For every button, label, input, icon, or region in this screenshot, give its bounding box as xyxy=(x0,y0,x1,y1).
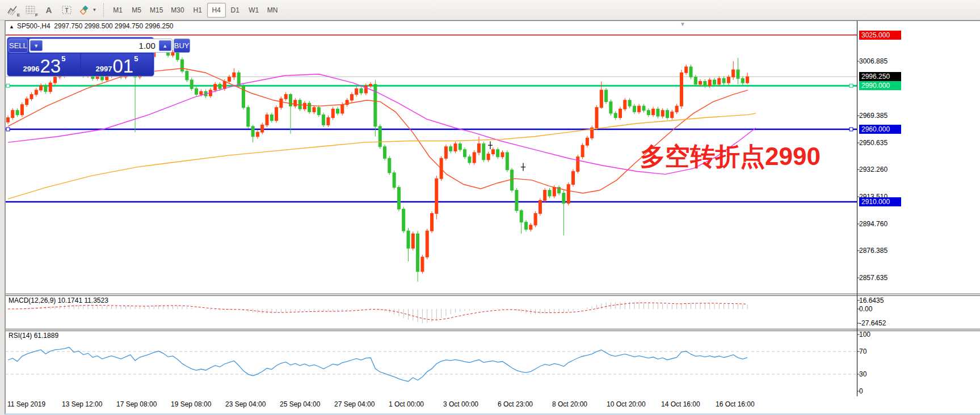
toolbar-separator xyxy=(103,3,104,17)
price-badge-label: 3025.000 xyxy=(859,31,901,40)
time-tick-label: 23 Sep 04:00 xyxy=(225,400,266,408)
rsi-layer xyxy=(6,348,857,382)
objects-icon xyxy=(79,6,91,15)
symbol-title: ▲SP500-,H4 2997.750 2998.500 2994.750 29… xyxy=(9,22,174,30)
time-tick-label: 25 Sep 04:00 xyxy=(280,400,320,408)
sell-price-display[interactable]: 2996 23 5 xyxy=(9,54,80,76)
text-box-icon: T xyxy=(62,6,72,15)
rsi-line xyxy=(8,348,747,382)
timeframe-button-mn[interactable]: MN xyxy=(263,3,282,18)
time-tick-label: 17 Sep 08:00 xyxy=(116,400,157,408)
buy-price-sup: 5 xyxy=(134,54,138,63)
hline-handle[interactable] xyxy=(849,128,853,131)
time-axis: 11 Sep 201913 Sep 12:0017 Sep 08:0019 Se… xyxy=(6,396,980,413)
rsi-tick-label: 100 xyxy=(859,330,870,339)
buy-button[interactable]: BUY xyxy=(174,39,190,53)
one-click-trading-panel: SELL ▼ ▲ BUY 2996 23 5 2997 01 5 xyxy=(7,37,154,77)
ma-fast xyxy=(8,69,748,193)
objects-button[interactable]: ▼ xyxy=(76,2,100,18)
data-grid-icon xyxy=(26,6,36,15)
data-grid-badge: F xyxy=(35,12,38,18)
price-tick-label: 2969.385 xyxy=(859,111,888,120)
timeframe-button-h1[interactable]: H1 xyxy=(188,3,207,18)
time-tick-label: 16 Oct 16:00 xyxy=(716,400,755,408)
timeframe-button-m5[interactable]: M5 xyxy=(127,3,146,18)
rsi-indicator-label: RSI(14) 61.1889 xyxy=(9,332,58,340)
rsi-tick-label: 0 xyxy=(859,387,863,396)
macd-tick-label: 0.00 xyxy=(859,304,872,314)
doji-mark xyxy=(521,163,525,171)
volume-control: ▼ ▲ xyxy=(29,39,173,53)
timeframe-button-m15[interactable]: M15 xyxy=(146,3,167,18)
price-tick-label: 3006.885 xyxy=(859,57,888,66)
timeframe-group: M1M5M15M30H1H4D1W1MN xyxy=(108,3,282,18)
symbol-ohlc: 2997.750 2998.500 2994.750 2996.250 xyxy=(54,22,173,30)
text-label-icon: A xyxy=(46,5,52,15)
text-box-button[interactable]: T xyxy=(58,2,76,18)
timeframe-button-h4[interactable]: H4 xyxy=(207,3,226,18)
time-tick-label: 8 Oct 20:00 xyxy=(552,400,587,408)
objects-caret-icon: ▼ xyxy=(92,7,97,12)
price-badge-label: 2960.000 xyxy=(859,125,901,134)
time-tick-label: 6 Oct 23:00 xyxy=(498,400,533,408)
timeframe-button-m30[interactable]: M30 xyxy=(167,3,188,18)
volume-increase-button[interactable]: ▲ xyxy=(159,40,171,51)
time-tick-label: 13 Sep 12:00 xyxy=(62,400,102,408)
chart-shift-marker-icon[interactable]: ▼ xyxy=(680,21,685,27)
sell-button[interactable]: SELL xyxy=(9,39,28,53)
macd-indicator-label: MACD(12,26,9) 10.1741 11.3523 xyxy=(9,297,108,304)
time-tick-label: 27 Sep 04:00 xyxy=(334,400,375,408)
hline-handle[interactable] xyxy=(6,84,10,87)
price-badge-label: 2990.000 xyxy=(859,81,901,90)
buy-price-display[interactable]: 2997 01 5 xyxy=(81,54,153,76)
volume-decrease-button[interactable]: ▼ xyxy=(30,40,43,51)
macd-layer xyxy=(8,302,747,323)
sell-price-sup: 5 xyxy=(61,54,65,63)
macd-tick-label: -27.6452 xyxy=(859,319,886,328)
symbol-name: SP500-,H4 xyxy=(17,22,51,30)
price-tick-label: 2857.635 xyxy=(859,273,888,282)
timeframe-button-m1[interactable]: M1 xyxy=(108,3,127,18)
text-label-button[interactable]: A xyxy=(40,2,58,18)
expert-chart-badge: E xyxy=(17,12,20,18)
price-badge-label: 2910.000 xyxy=(859,197,901,206)
price-badge-label: 2996.250 xyxy=(859,72,901,81)
chart-window[interactable]: ▲SP500-,H4 2997.750 2998.500 2994.750 29… xyxy=(5,20,980,415)
expert-chart-button[interactable]: E xyxy=(3,2,22,18)
macd-signal-line xyxy=(8,303,747,320)
collapse-arrow-icon[interactable]: ▲ xyxy=(9,24,14,29)
timeframe-button-w1[interactable]: W1 xyxy=(245,3,263,18)
time-tick-label: 1 Oct 00:00 xyxy=(389,400,424,408)
buy-price-small: 2997 xyxy=(96,65,112,73)
time-tick-label: 14 Oct 16:00 xyxy=(661,400,700,408)
chart-text-annotation[interactable]: 多空转折点2990 xyxy=(640,140,821,173)
main-toolbar: E F A T ▼ xyxy=(0,0,980,20)
price-tick-label: 2876.385 xyxy=(859,246,888,255)
rsi-tick-label: 70 xyxy=(859,347,867,356)
moving-averages-layer xyxy=(8,69,756,199)
price-tick-label: 2950.635 xyxy=(859,138,888,147)
doji-mark xyxy=(488,141,493,149)
rsi-tick-label: 30 xyxy=(859,370,867,379)
time-tick-label: 3 Oct 00:00 xyxy=(443,400,478,408)
macd-tick-label: 16.6435 xyxy=(859,296,884,305)
time-tick-label: 19 Sep 08:00 xyxy=(171,400,211,408)
volume-input[interactable] xyxy=(43,41,159,50)
hline-handle[interactable] xyxy=(849,84,853,87)
hline-handle[interactable] xyxy=(6,128,10,131)
timeframe-button-d1[interactable]: D1 xyxy=(226,3,245,18)
data-grid-button[interactable]: F xyxy=(22,2,40,18)
sell-price-small: 2996 xyxy=(23,65,40,73)
chart-canvas[interactable] xyxy=(6,21,980,415)
svg-text:T: T xyxy=(65,7,68,13)
buy-price-big: 01 xyxy=(112,57,133,75)
time-tick-label: 11 Sep 2019 xyxy=(7,400,45,408)
time-tick-label: 10 Oct 20:00 xyxy=(607,400,646,408)
sell-price-big: 23 xyxy=(40,57,61,75)
price-tick-label: 2894.760 xyxy=(859,219,888,228)
price-tick-label: 2932.260 xyxy=(859,165,888,174)
